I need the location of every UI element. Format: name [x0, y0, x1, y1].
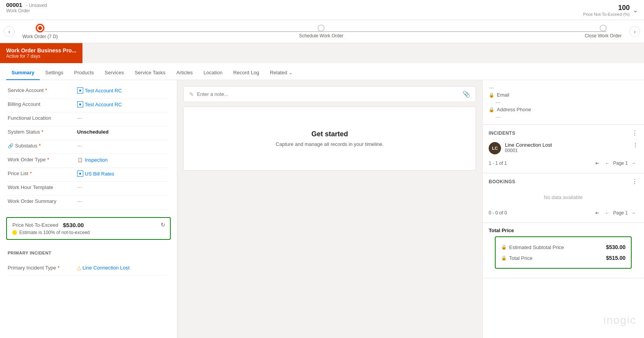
form-row-substatus: 🔗 Substatus * --- — [8, 140, 169, 154]
note-box[interactable]: ✎ 📎 — [183, 86, 476, 102]
bookings-first-page-button[interactable]: ⇤ — [593, 209, 602, 217]
required-star-5: * — [30, 171, 32, 176]
system-status-label: System Status * — [8, 129, 77, 135]
tab-services[interactable]: Services — [99, 66, 129, 80]
incident-info: Line Connection Lost 00001 — [505, 142, 629, 153]
billing-account-label: Billing Account — [8, 101, 77, 107]
price-list-value[interactable]: ■ US Bill Rates — [77, 171, 169, 177]
stage-next-button[interactable]: › — [629, 26, 640, 37]
incidents-pagination: 1 - 1 of 1 ⇤ ← Page 1 → — [489, 157, 638, 168]
functional-location-value[interactable]: --- — [77, 115, 169, 121]
substatus-value[interactable]: --- — [77, 143, 169, 149]
left-panel: Service Account * ■ Test Account RC Bill… — [0, 80, 177, 338]
total-price-label-group: 🔒 Total Price — [501, 255, 533, 261]
incidents-first-page-button[interactable]: ⇤ — [593, 159, 602, 167]
work-hour-template-value[interactable]: --- — [77, 184, 169, 190]
incidents-section: INCIDENTS ⋮ LC Line Connection Lost 0000… — [483, 125, 644, 173]
tab-record-log[interactable]: Record Log — [228, 66, 264, 80]
bookings-pagination: 0 - 0 of 0 ⇤ ← Page 1 → — [489, 206, 638, 218]
unsaved-label: - Unsaved — [26, 3, 47, 8]
incident-options-icon[interactable]: ⋮ — [633, 142, 638, 148]
email-dashes: --- — [489, 99, 638, 105]
note-input[interactable] — [197, 91, 459, 97]
bookings-prev-page-button[interactable]: ← — [603, 209, 612, 217]
estimated-subtotal-row: 🔒 Estimated Subtotal Price $530.00 — [501, 242, 626, 253]
service-account-value[interactable]: ■ Test Account RC — [77, 87, 169, 94]
incident-id: 00001 — [505, 148, 629, 153]
incidents-prev-page-button[interactable]: ← — [603, 159, 612, 167]
tab-related[interactable]: Related ⌄ — [264, 66, 298, 80]
form-row-work-order-type: Work Order Type * 📋 Inspection — [8, 154, 169, 168]
stage-close[interactable]: Close Work Order — [585, 25, 622, 38]
system-status-value[interactable]: Unscheduled — [77, 129, 169, 135]
tab-articles[interactable]: Articles — [171, 66, 198, 80]
estimated-subtotal-lock-icon: 🔒 — [501, 244, 507, 250]
incidents-header: INCIDENTS ⋮ — [489, 129, 638, 137]
total-price-value: $515.00 — [606, 255, 626, 261]
incident-name[interactable]: Line Connection Lost — [505, 142, 629, 148]
warning-icon: △ — [77, 265, 81, 271]
middle-panel: ✎ 📎 Get started Capture and manage all r… — [177, 80, 482, 338]
banner: Work Order Business Pro... Active for 7 … — [0, 43, 82, 63]
work-order-type-link[interactable]: Inspection — [85, 157, 108, 163]
work-order-type-value[interactable]: 📋 Inspection — [77, 157, 169, 163]
bookings-page-count: 0 - 0 of 0 — [489, 210, 507, 216]
form-row-system-status: System Status * Unscheduled — [8, 126, 169, 140]
tab-bar: Summary Settings Products Services Servi… — [0, 63, 644, 80]
record-type: Work Order — [6, 8, 47, 13]
address-phone-lock-icon: 🔒 — [489, 107, 494, 112]
primary-incident-link[interactable]: Line Connection Lost — [82, 265, 129, 271]
billing-account-value[interactable]: ■ Test Account RC — [77, 101, 169, 107]
inspection-icon: 📋 — [77, 157, 83, 163]
attachment-icon[interactable]: 📎 — [462, 90, 470, 98]
tab-products[interactable]: Products — [69, 66, 99, 80]
form-row-price-list: Price List * ■ US Bill Rates — [8, 168, 169, 182]
edit-icon: ✎ — [189, 91, 194, 97]
bookings-next-page-button[interactable]: → — [629, 209, 638, 217]
bookings-more-icon[interactable]: ⋮ — [632, 178, 638, 185]
pct-label: Price Not-To-Exceed (%) — [583, 12, 630, 17]
total-price-label: Total Price — [509, 255, 533, 261]
contact-top-dashes: --- — [489, 85, 638, 90]
pricelist-icon: ■ — [77, 171, 83, 177]
stages-container: Work Order (7 D) Schedule Work Order Clo… — [15, 24, 629, 39]
primary-incident-value[interactable]: △ Line Connection Lost — [77, 265, 169, 271]
price-list-label: Price List * — [8, 171, 77, 176]
total-price-lock-icon: 🔒 — [501, 255, 507, 261]
nte-value[interactable]: $530.00 — [63, 222, 84, 228]
tab-location[interactable]: Location — [198, 66, 228, 80]
pct-value: 100 — [618, 4, 630, 12]
tab-settings[interactable]: Settings — [40, 66, 69, 80]
nte-estimate: Estimate is 100% of not-to-exceed — [12, 230, 90, 235]
refresh-icon[interactable]: ↻ — [161, 222, 165, 228]
bookings-title: BOOKINGS — [489, 179, 515, 184]
address-phone-dashes: --- — [489, 114, 638, 120]
total-price-box: 🔒 Estimated Subtotal Price $530.00 🔒 Tot… — [495, 236, 632, 269]
chevron-down-icon[interactable]: ⌄ — [633, 7, 638, 14]
stage-prev-button[interactable]: ‹ — [4, 26, 15, 37]
nte-label: Price Not-To-Exceed — [12, 222, 58, 228]
form-row-billing-account: Billing Account ■ Test Account RC — [8, 99, 169, 112]
incidents-more-icon[interactable]: ⋮ — [632, 129, 638, 137]
billing-account-link[interactable]: Test Account RC — [85, 102, 122, 107]
record-id: 00001 — [6, 2, 22, 8]
address-phone-label: Address Phone — [497, 107, 531, 112]
estimated-subtotal-value: $530.00 — [606, 244, 626, 250]
primary-incident-heading: PRIMARY INCIDENT — [0, 244, 177, 258]
price-exceed-pct: 100 Price Not-To-Exceed (%) — [583, 4, 630, 17]
tab-service-tasks[interactable]: Service Tasks — [129, 66, 171, 80]
estimated-subtotal-label: Estimated Subtotal Price — [509, 244, 564, 250]
work-hour-template-label: Work Hour Template — [8, 184, 77, 190]
stage-label-schedule: Schedule Work Order — [299, 33, 343, 38]
work-order-summary-value[interactable]: --- — [77, 198, 169, 204]
required-star-4: * — [47, 157, 49, 162]
form-row-service-account: Service Account * ■ Test Account RC — [8, 85, 169, 99]
stage-work-order[interactable]: Work Order (7 D) — [22, 24, 58, 39]
primary-incident-section: Primary Incident Type * △ Line Connectio… — [0, 258, 177, 281]
incidents-page-label: Page 1 — [613, 161, 628, 166]
stage-schedule[interactable]: Schedule Work Order — [299, 25, 343, 38]
service-account-link[interactable]: Test Account RC — [85, 88, 122, 94]
tab-summary[interactable]: Summary — [6, 66, 40, 80]
incidents-next-page-button[interactable]: → — [629, 159, 638, 167]
price-list-link[interactable]: US Bill Rates — [85, 171, 114, 177]
